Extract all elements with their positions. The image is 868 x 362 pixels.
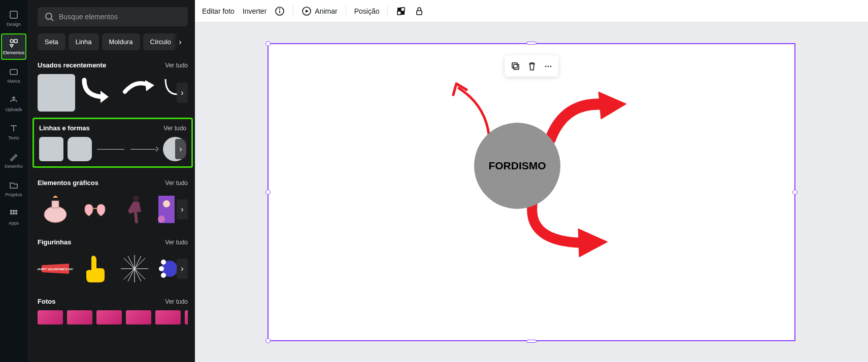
transparency-button[interactable] (396, 6, 406, 16)
sticker-sparkle[interactable] (117, 251, 152, 286)
rail-label: Marca (7, 79, 20, 84)
selection-handle[interactable] (265, 41, 271, 46)
see-all-link[interactable]: Ver tudo (165, 298, 188, 305)
canvas-arrow-thin[interactable] (446, 81, 497, 139)
selection-handle[interactable] (792, 190, 797, 195)
scroll-right-icon[interactable]: › (177, 83, 188, 103)
selection-handle[interactable] (265, 338, 271, 343)
search-container[interactable] (38, 7, 188, 26)
recent-shape-square[interactable] (38, 74, 75, 112)
svg-rect-33 (397, 8, 401, 11)
context-toolbar: Editar foto Inverter Animar Posição (195, 0, 868, 22)
more-icon (543, 61, 552, 70)
photo-thumb[interactable] (67, 310, 92, 324)
delete-button[interactable] (524, 58, 539, 74)
separator (387, 6, 388, 17)
svg-rect-37 (417, 11, 422, 15)
rail-label: Elementos (3, 50, 25, 55)
scroll-right-icon[interactable]: › (177, 199, 188, 220)
scroll-right-icon[interactable]: › (175, 139, 186, 159)
fordismo-label: FORDISMO (488, 160, 546, 172)
chip-moldura[interactable]: Moldura (102, 33, 140, 50)
info-button[interactable] (275, 6, 285, 16)
fordismo-circle[interactable]: FORDISMO (474, 123, 560, 209)
canvas-viewport[interactable]: FORDISMO (195, 22, 868, 362)
photo-thumb[interactable] (38, 310, 63, 324)
svg-rect-12 (52, 201, 59, 208)
rail-item-draw[interactable]: Desenho (1, 147, 26, 173)
lock-button[interactable] (414, 6, 424, 16)
chip-seta[interactable]: Seta (38, 33, 65, 50)
position-button[interactable]: Posição (354, 7, 380, 15)
svg-point-6 (16, 210, 17, 212)
rail-item-apps[interactable]: Apps (1, 204, 26, 230)
trash-icon (527, 61, 536, 70)
photo-thumb[interactable] (126, 310, 151, 324)
svg-point-42 (550, 66, 552, 67)
photo-thumb[interactable] (155, 310, 181, 324)
graphic-character[interactable] (156, 192, 177, 227)
recent-brush-arrow[interactable] (121, 74, 158, 99)
edit-photo-button[interactable]: Editar foto (202, 7, 235, 15)
sticker-flower[interactable] (156, 251, 177, 286)
shape-square[interactable] (39, 137, 63, 161)
left-rail: Design Elementos Marca Uploads Texto Des… (0, 0, 27, 362)
recent-curved-arrow-1[interactable] (79, 74, 117, 104)
chip-linha[interactable]: Linha (69, 33, 99, 50)
svg-rect-38 (512, 63, 517, 68)
design-icon (9, 10, 19, 20)
svg-point-16 (163, 200, 170, 207)
see-all-link[interactable]: Ver tudo (165, 62, 188, 69)
svg-rect-3 (10, 69, 17, 75)
graphic-heart-glasses[interactable] (77, 192, 113, 227)
photo-thumb[interactable] (96, 310, 122, 324)
separator (293, 6, 293, 17)
svg-point-4 (11, 210, 12, 212)
shape-line[interactable] (96, 137, 125, 161)
section-photos: Fotos Ver tudo (38, 298, 188, 324)
invert-button[interactable]: Inverter (243, 7, 266, 15)
rail-item-elements[interactable]: Elementos (1, 33, 26, 60)
svg-point-1 (10, 40, 13, 43)
svg-point-17 (158, 215, 165, 223)
section-stickers: Figurinhas Ver tudo HAPPY VALENTINE'S DA… (38, 238, 188, 286)
more-button[interactable] (540, 58, 555, 74)
search-icon (45, 12, 54, 21)
rail-item-uploads[interactable]: Uploads (1, 90, 26, 117)
selection-handle[interactable] (526, 340, 537, 343)
sticker-pointing-hand[interactable] (77, 251, 113, 286)
rail-item-projects[interactable]: Projetos (1, 175, 26, 202)
shape-arrow-line[interactable] (129, 137, 159, 161)
svg-point-8 (13, 213, 15, 214)
canvas-page[interactable]: FORDISMO (268, 43, 795, 341)
chips-scroll-right[interactable]: › (173, 33, 188, 50)
shape-rounded-square[interactable] (68, 137, 92, 161)
scroll-right-icon[interactable]: › (177, 259, 188, 279)
uploads-icon (9, 95, 19, 105)
sticker-valentines[interactable]: HAPPY VALENTINE'S DAY (38, 251, 73, 286)
photo-thumb[interactable] (185, 310, 188, 324)
svg-point-27 (161, 260, 166, 265)
text-icon (9, 123, 19, 133)
canvas-arrow-brush-bottom[interactable] (522, 201, 614, 262)
canvas-arrow-brush-top[interactable] (545, 89, 631, 144)
rail-label: Design (7, 22, 21, 27)
duplicate-button[interactable] (508, 58, 523, 74)
selection-handle[interactable] (265, 190, 271, 195)
floating-toolbar (505, 55, 558, 77)
graphic-person[interactable] (117, 192, 152, 227)
separator (346, 6, 346, 17)
rail-item-text[interactable]: Texto (1, 119, 26, 145)
search-input[interactable] (59, 13, 181, 21)
rail-item-brand[interactable]: Marca (1, 62, 26, 88)
selection-handle[interactable] (526, 42, 537, 45)
rail-label: Uploads (5, 107, 22, 112)
rail-item-design[interactable]: Design (1, 5, 26, 31)
graphic-perfume[interactable] (38, 192, 73, 227)
canvas-area: Editar foto Inverter Animar Posição (195, 0, 868, 362)
animate-button[interactable]: Animar (302, 6, 337, 16)
see-all-link[interactable]: Ver tudo (163, 125, 186, 132)
svg-rect-2 (14, 40, 17, 43)
see-all-link[interactable]: Ver tudo (165, 179, 188, 187)
see-all-link[interactable]: Ver tudo (165, 239, 188, 246)
